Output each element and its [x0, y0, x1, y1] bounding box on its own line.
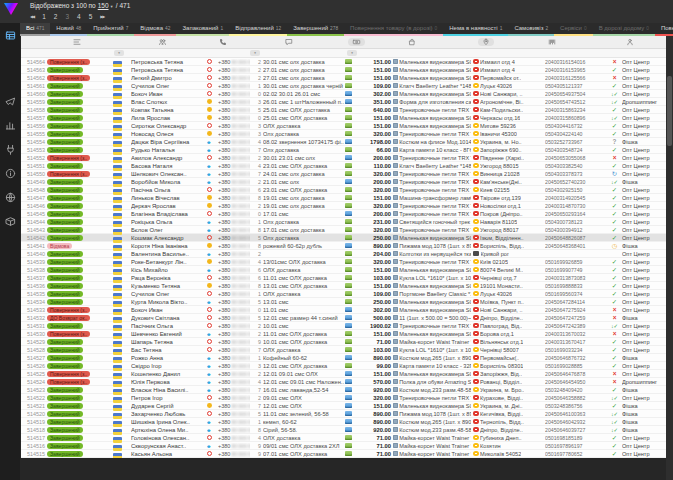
page-number-5[interactable]: 5 [89, 13, 93, 20]
scrollbar-thumb[interactable] [667, 76, 672, 146]
tab-Завершений[interactable]: Завершений278 [287, 23, 344, 36]
lifecell-operator-icon [207, 107, 212, 112]
first-page-button[interactable]: ◀◀ [30, 14, 34, 19]
phone-prefix: +380 [218, 371, 230, 377]
product-icon [393, 147, 398, 152]
tab-Повернення[interactable]: Повернення [655, 23, 673, 36]
delivery-cell: Бориспіль 08301 [473, 363, 545, 369]
order-id: 514529 [21, 339, 47, 345]
col-header-client-people-icon[interactable] [125, 38, 199, 46]
order-id: 514517 [21, 435, 47, 441]
flag-filter-dropdown[interactable]: ▼ [114, 50, 124, 56]
tracking-status-check-icon: ✓ [609, 226, 622, 234]
delivery-location: Украина, м. Дні.. [480, 403, 523, 409]
vodafone-operator-icon [207, 59, 212, 64]
col-header-phone-phone-icon[interactable] [208, 38, 238, 46]
tab-Нема в наявності[interactable]: Нема в наявності1 [443, 23, 508, 36]
order-row[interactable]: 514515ЗавершенийКасьян Альона+38000 000 … [21, 450, 666, 458]
product-cell: Тренировочные петли TRX Train.. [393, 179, 473, 185]
tab-Відмова[interactable]: Відмова42 [134, 23, 176, 36]
vodafone-operator-icon [207, 235, 212, 240]
tab-Відправлений[interactable]: Відправлений12 [229, 23, 287, 36]
phone-prefix: +380 [218, 67, 230, 73]
ukrposhta-icon [473, 403, 479, 409]
payment-filter-dropdown[interactable]: ▼ [347, 50, 357, 56]
payment-cell [345, 347, 358, 352]
novaposhta-icon [473, 331, 479, 337]
phone-number: +38000 000 00 [218, 307, 250, 313]
phone-prefix: +380 [218, 75, 230, 81]
novaposhta-icon [473, 235, 479, 241]
client-name: Головінова Олексан.. [131, 435, 207, 441]
phone-prefix: +380 [218, 203, 230, 209]
supplier: Фішка [622, 387, 666, 393]
product-name: Маленькая видеокамера SQ8 *.. [399, 67, 471, 73]
vodafone-operator-icon [207, 435, 212, 440]
last-page-button[interactable]: ▶▶ [100, 14, 104, 19]
order-id: 514555 [21, 131, 47, 137]
vertical-scrollbar[interactable] [666, 36, 673, 480]
chevron-down-icon[interactable]: ▾ [111, 4, 113, 9]
app-logo-icon[interactable] [4, 3, 18, 15]
col-header-supplier-person-icon[interactable] [594, 38, 666, 46]
order-id: 514530 [21, 331, 47, 337]
tab-В дорозі додому[interactable]: В дорозі додому0 [593, 23, 655, 36]
tracking-status-redx-icon: × [609, 370, 622, 378]
tab-Новий[interactable]: Новий48 [50, 23, 87, 36]
tab-Самовивіз[interactable]: Самовивіз2 [508, 23, 554, 36]
phone-blurred-digits: 00 000 00 [231, 219, 250, 225]
order-id: 514524 [21, 379, 47, 385]
product-name: Светящийся гоночный трек Ma.. [399, 219, 471, 225]
tracking-status-checkdown-icon: ↓✓ [609, 418, 622, 426]
products-box-icon[interactable] [4, 215, 17, 228]
novaposhta-icon [473, 99, 479, 105]
product-icon [393, 75, 398, 80]
phone-prefix: +380 [218, 107, 230, 113]
filter-row: ▼ ▼ ▼ [21, 49, 666, 58]
comment-text: 19.01 смс олх доставка [263, 203, 345, 209]
broadcast-plane-icon[interactable] [4, 95, 17, 108]
order-id: 514518 [21, 427, 47, 433]
product-icon [393, 435, 398, 440]
phone-blurred-digits: 00 000 00 [231, 259, 250, 265]
delivery-cell: Миколаїв 54052 [473, 451, 545, 457]
site-globe-icon[interactable] [4, 191, 17, 204]
col-header-delivery-pin-icon[interactable] [451, 38, 521, 46]
phone-prefix: +380 [218, 147, 230, 153]
tab-Прийнятий[interactable]: Прийнятий7 [87, 23, 134, 36]
delivery-cell: Запоріжжя, Від.. [473, 371, 545, 377]
page-number-2[interactable]: 2 [54, 13, 58, 20]
page-number-4[interactable]: 4 [77, 13, 81, 20]
tab-count: 2 [545, 23, 548, 34]
tab-Всі[interactable]: Всі471 [20, 23, 50, 36]
operator-cell: * [207, 268, 218, 272]
card-payment-icon [345, 67, 352, 72]
tracking-status-check-icon: ✓ [609, 258, 622, 266]
vodafone-operator-icon [207, 339, 212, 344]
phone-blurred-digits: 00 000 00 [231, 155, 250, 161]
page-size-dropdown[interactable]: 150 [98, 2, 109, 9]
col-header-comment-chat-icon[interactable] [249, 38, 329, 46]
integrations-plug-icon[interactable] [4, 143, 17, 156]
phone-number: +38000 000 00 [218, 187, 250, 193]
tab-Запакований[interactable]: Запакований1 [176, 23, 229, 36]
page-number-3[interactable]: 3 [65, 13, 69, 20]
page-number-1[interactable]: 1 [42, 13, 46, 20]
col-header-status-list-icon[interactable] [45, 38, 109, 46]
col-header-tracking-barcode-icon[interactable] [521, 38, 583, 46]
order-id: 514542 [21, 235, 47, 241]
kyivstar-operator-icon: * [207, 374, 211, 376]
tab-Повернення товару (в дорозі)[interactable]: Повернення товару (в дорозі)0 [344, 23, 443, 36]
orders-table-icon[interactable] [4, 29, 17, 42]
novaposhta-icon [473, 179, 479, 185]
card-payment-icon [345, 147, 352, 152]
tab-Сервіси[interactable]: Сервіси0 [554, 23, 593, 36]
supplier: Фішка [622, 411, 666, 417]
comment-filter-dropdown[interactable]: ▼ [250, 50, 260, 56]
phone-prefix: +380 [218, 291, 230, 297]
col-header-sum-money-icon[interactable] [340, 38, 373, 46]
statistics-chart-icon[interactable] [4, 119, 17, 132]
info-circle-icon[interactable] [4, 167, 17, 180]
col-header-product-bag-icon[interactable] [373, 38, 451, 46]
supplier: Опт Центр [622, 451, 666, 457]
